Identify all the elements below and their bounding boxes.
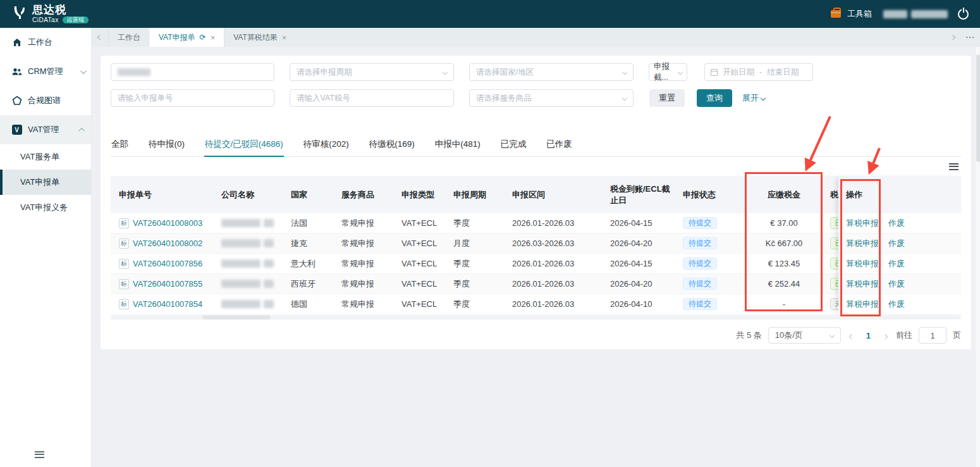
table-horizontal-scrollbar[interactable] (111, 315, 961, 320)
status-tab-全部[interactable]: 全部 (111, 134, 129, 156)
toolbox-icon[interactable] (831, 10, 841, 18)
sidebar-collapse-icon[interactable] (35, 449, 44, 459)
sidebar-item-工作台[interactable]: 工作台 (0, 28, 91, 57)
page-size-select[interactable]: 10条/页 (768, 327, 841, 344)
declare-range-cell: 2026.03-2026.03 (506, 233, 604, 253)
pentagon-icon (11, 96, 22, 106)
country-cell: 西班牙 (285, 274, 335, 294)
action-link-算税申报[interactable]: 算税申报 (846, 218, 879, 229)
date-start-placeholder: 开始日期 (723, 67, 754, 78)
declare-period-cell: 季度 (447, 294, 506, 314)
tab-close-icon[interactable]: × (282, 33, 287, 42)
page-size-value: 10条/页 (775, 330, 803, 341)
logout-power-icon[interactable] (958, 9, 969, 20)
input-placeholder: 请输入VAT税号 (297, 93, 350, 104)
sidebar-item-CRM管理[interactable]: CRM管理 (0, 57, 91, 86)
company-name-redacted (264, 259, 274, 268)
tag-badge: 标 (119, 279, 129, 289)
declaration-no-cell: 标VAT260401007855 (111, 274, 215, 294)
action-link-算税申报[interactable]: 算税申报 (846, 299, 879, 310)
declare-type-cell: VAT+ECL (395, 254, 447, 273)
status-tab-申报中(481)[interactable]: 申报中(481) (434, 134, 481, 156)
table-row: 标VAT260401008002捷克常规申报VAT+ECL月度2026.03-2… (111, 233, 961, 254)
service-product-select[interactable]: 请选择服务商品 (469, 89, 634, 107)
action-link-算税申报[interactable]: 算税申报 (846, 258, 879, 270)
sidebar-subitem-label: VAT服务单 (20, 151, 59, 163)
status-tab-已作废[interactable]: 已作废 (546, 134, 573, 156)
tab-workbench[interactable]: 工作台 (108, 28, 149, 47)
chevron-down-icon (80, 68, 87, 74)
prev-page-icon[interactable] (847, 331, 856, 340)
toolbox-label[interactable]: 工具箱 (847, 8, 872, 20)
status-tab-待审核(202)[interactable]: 待审核(202) (303, 134, 350, 156)
reset-button[interactable]: 重置 (649, 89, 685, 107)
scrollbar-thumb[interactable] (202, 315, 271, 320)
tab-vat-tax-result[interactable]: VAT算税结果 × (224, 28, 295, 47)
declaration-no-link[interactable]: VAT260401008002 (133, 239, 202, 248)
service-product-cell: 常规申报 (335, 233, 395, 253)
country-cell: 意大利 (285, 254, 335, 273)
declaration-no-link[interactable]: VAT260401007855 (133, 279, 202, 289)
sidebar-item-合规图谱[interactable]: 合规图谱 (0, 86, 91, 115)
tabbar-scroll-right-icon[interactable] (945, 35, 961, 39)
action-link-作废[interactable]: 作废 (888, 258, 905, 270)
tab-refresh-icon[interactable]: ⟳ (200, 33, 206, 42)
sidebar-item-label: 工作台 (28, 37, 52, 48)
actions-cell: 算税申报作废 (838, 254, 961, 274)
goto-page-input[interactable] (919, 327, 946, 344)
action-link-作废[interactable]: 作废 (888, 238, 905, 249)
tabbar-scroll-left-icon[interactable] (92, 28, 108, 47)
sidebar-item-label: CRM管理 (28, 66, 63, 77)
declaration-no-link[interactable]: VAT260401007854 (133, 299, 202, 309)
declare-period-select[interactable]: 请选择申报周期 (290, 63, 454, 81)
declare-type-cell: VAT+ECL (395, 294, 447, 314)
vat-no-input[interactable]: 请输入VAT税号 (290, 89, 454, 107)
page-vertical-scrollbar[interactable] (975, 47, 980, 467)
expand-filters-link[interactable]: 展开 (742, 92, 765, 104)
status-tab-待申报(0)[interactable]: 待申报(0) (148, 134, 185, 156)
deadline-type-select[interactable]: 申报截... (649, 63, 687, 81)
sidebar-subitem-VAT服务单[interactable]: VAT服务单 (0, 144, 91, 170)
user-name-redacted[interactable] (883, 10, 948, 18)
tabbar-more-icon[interactable]: ··· (961, 33, 980, 42)
sidebar-subitem-label: VAT申报义务 (20, 202, 68, 213)
brand-subtitle: CiDATax (32, 17, 59, 23)
status-tab-已完成[interactable]: 已完成 (500, 134, 527, 156)
declaration-no-link[interactable]: VAT260401007856 (133, 259, 202, 268)
tab-vat-declaration[interactable]: VAT申报单 ⟳ × (149, 28, 224, 47)
action-link-算税申报[interactable]: 算税申报 (846, 238, 879, 249)
sidebar-item-label: 合规图谱 (28, 95, 61, 106)
action-link-作废[interactable]: 作废 (888, 218, 905, 229)
column-settings-icon[interactable] (949, 161, 959, 171)
declaration-no-cell: 标VAT260401008002 (111, 233, 215, 253)
date-range-picker[interactable]: 开始日期 - 结束日期 (704, 63, 813, 81)
next-page-icon[interactable] (881, 331, 890, 340)
sidebar-menu: 工作台CRM管理合规图谱VVAT管理VAT服务单VAT申报单VAT申报义务 (0, 28, 91, 220)
sidebar-subitem-VAT申报义务[interactable]: VAT申报义务 (0, 195, 91, 220)
sidebar-subitem-VAT申报单[interactable]: VAT申报单 (0, 170, 91, 195)
keyword-input[interactable] (111, 63, 274, 81)
declare-no-input[interactable]: 请输入申报单号 (111, 89, 274, 107)
action-link-作废[interactable]: 作废 (888, 278, 905, 290)
sidebar-item-VAT管理[interactable]: VVAT管理 (0, 115, 91, 144)
status-tab-待缴税(169)[interactable]: 待缴税(169) (369, 134, 415, 156)
tab-close-icon[interactable]: × (211, 33, 216, 42)
action-link-算税申报[interactable]: 算税申报 (846, 278, 879, 290)
select-placeholder: 请选择申报周期 (297, 67, 352, 78)
declare-status-cell: 待提交 (677, 213, 743, 233)
table-row: 标VAT260401007856意大利常规申报VAT+ECL季度2026.01-… (111, 254, 961, 274)
scrollbar-thumb[interactable] (976, 54, 980, 162)
column-header-服务商品: 服务商品 (335, 176, 395, 213)
brand-name: 思达税 (32, 4, 89, 15)
input-placeholder: 请输入申报单号 (118, 93, 173, 104)
service-product-cell: 常规申报 (335, 274, 395, 294)
status-tab-待提交/已驳回(4686)[interactable]: 待提交/已驳回(4686) (204, 134, 284, 156)
current-page[interactable]: 1 (862, 331, 874, 340)
country-select[interactable]: 请选择国家/地区 (469, 63, 634, 81)
company-name-redacted (221, 219, 260, 227)
company-name-redacted (221, 239, 260, 247)
table-row: 标VAT260401008003法国常规申报VAT+ECL季度2026.01-2… (111, 213, 961, 233)
declaration-no-link[interactable]: VAT260401008003 (133, 218, 202, 228)
action-link-作废[interactable]: 作废 (888, 299, 905, 310)
search-button[interactable]: 查询 (697, 89, 732, 107)
